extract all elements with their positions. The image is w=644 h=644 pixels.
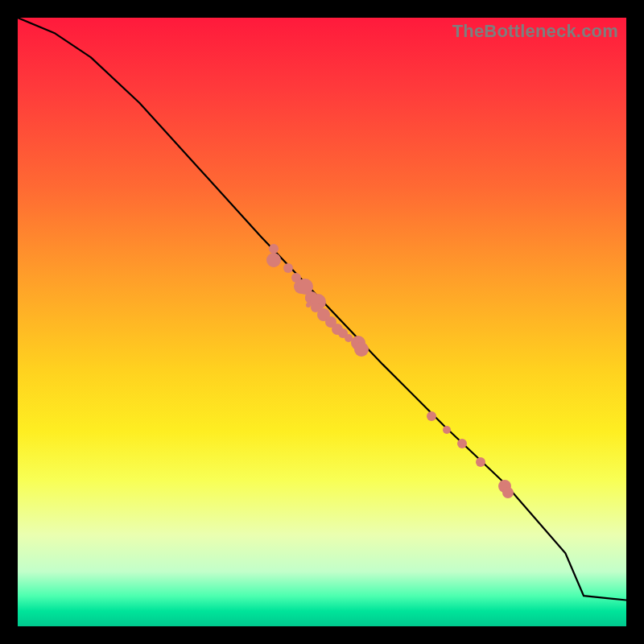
data-point <box>306 303 311 308</box>
data-point <box>427 411 436 421</box>
data-point <box>354 342 369 357</box>
trend-curve <box>18 18 626 626</box>
data-point <box>283 263 293 273</box>
data-point <box>305 295 312 301</box>
plot-area: TheBottleneck.com <box>18 18 626 626</box>
data-point <box>476 457 485 467</box>
data-point <box>457 439 467 448</box>
data-point <box>502 487 514 498</box>
chart-stage: TheBottleneck.com <box>0 0 644 644</box>
data-point <box>266 253 281 267</box>
data-point <box>443 426 451 434</box>
